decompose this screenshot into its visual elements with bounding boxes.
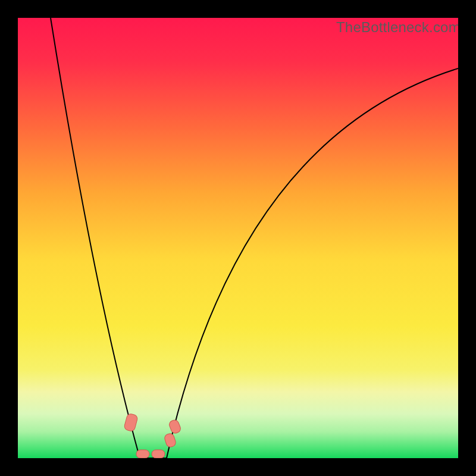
plot-svg — [18, 18, 458, 458]
gradient-background — [18, 18, 458, 458]
plot-area: TheBottleneck.com — [18, 18, 458, 458]
chart-frame: TheBottleneck.com — [0, 0, 476, 476]
watermark-text: TheBottleneck.com — [336, 19, 458, 36]
marker-pill-1 — [136, 450, 149, 458]
marker-pill-2 — [152, 450, 165, 458]
